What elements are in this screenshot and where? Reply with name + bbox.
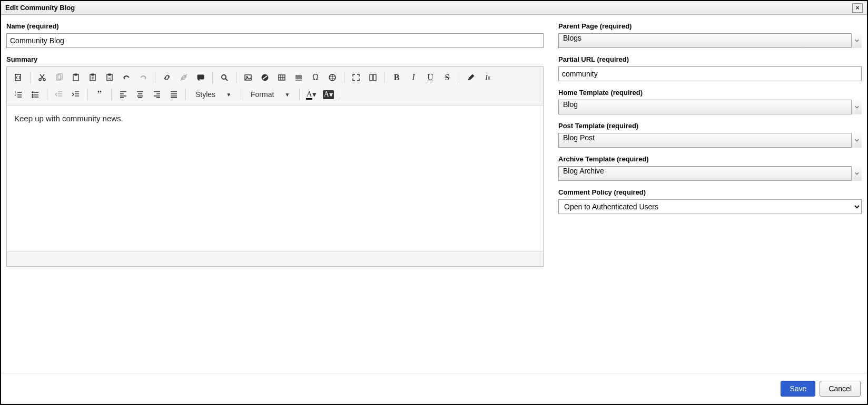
align-center-icon[interactable] (133, 87, 147, 102)
name-field: Name (required) (6, 22, 544, 48)
save-button[interactable]: Save (781, 381, 815, 397)
redo-icon[interactable] (136, 70, 151, 85)
editor-toolbar: W (7, 67, 543, 105)
embed-icon[interactable] (258, 70, 272, 85)
anchor-icon[interactable] (193, 70, 208, 85)
close-icon: × (855, 4, 860, 12)
comment-policy-select[interactable]: Open to Authenticated Users (558, 199, 862, 214)
partial-url-input[interactable] (558, 66, 862, 81)
underline-icon[interactable]: U (423, 70, 438, 85)
svg-rect-6 (75, 74, 77, 75)
unlink-icon[interactable] (176, 70, 191, 85)
svg-text:W: W (108, 77, 112, 80)
separator (459, 72, 459, 83)
separator (212, 72, 213, 83)
svg-rect-31 (373, 74, 376, 81)
strike-icon[interactable]: S (440, 70, 455, 85)
highlight-icon[interactable] (463, 70, 478, 85)
parent-page-label: Parent Page (required) (558, 22, 862, 30)
table-icon[interactable] (274, 70, 289, 85)
outdent-icon[interactable] (52, 87, 66, 102)
align-justify-icon[interactable] (166, 87, 181, 102)
source-icon[interactable] (11, 70, 26, 85)
toolbar-row-1: W (10, 70, 540, 85)
toolbar-row-2: 12 ” (10, 87, 540, 102)
cut-icon[interactable] (35, 70, 50, 85)
separator (344, 72, 344, 83)
format-dropdown[interactable]: Format ▼ (246, 87, 294, 102)
background-color-icon[interactable]: A▾ (321, 87, 336, 102)
bold-icon[interactable]: B (389, 70, 404, 85)
format-label: Format (251, 90, 274, 99)
numbered-list-icon[interactable]: 12 (11, 87, 26, 102)
cancel-button[interactable]: Cancel (820, 381, 861, 397)
separator (241, 89, 241, 100)
comment-policy-field: Comment Policy (required) Open to Authen… (558, 188, 862, 214)
horizontal-rule-icon[interactable] (291, 70, 306, 85)
dialog-body: Name (required) Summary (1, 15, 867, 373)
separator (47, 89, 47, 100)
comment-policy-label: Comment Policy (required) (558, 188, 862, 196)
parent-page-select[interactable]: Blogs (558, 33, 862, 48)
separator (87, 89, 88, 100)
svg-rect-13 (198, 75, 204, 79)
maximize-icon[interactable] (349, 70, 363, 85)
bullet-list-icon[interactable] (28, 87, 43, 102)
parent-page-field: Parent Page (required) Blogs (558, 22, 862, 48)
caret-down-icon: ▼ (284, 92, 290, 98)
close-button[interactable]: × (852, 3, 863, 13)
italic-icon[interactable]: I (406, 70, 421, 85)
partial-url-field: Partial URL (required) (558, 55, 862, 81)
home-template-label: Home Template (required) (558, 89, 862, 97)
right-column: Parent Page (required) Blogs Partial URL… (558, 22, 862, 368)
special-char-icon[interactable]: Ω (308, 70, 323, 85)
archive-template-field: Archive Template (required) Blog Archive (558, 155, 862, 181)
parent-page-value: Blogs (558, 33, 862, 48)
remove-format-icon[interactable]: Ix (480, 70, 495, 85)
text-color-icon[interactable]: A▾ (304, 87, 319, 102)
styles-dropdown[interactable]: Styles ▼ (191, 87, 235, 102)
show-blocks-icon[interactable] (366, 70, 380, 85)
dialog-footer: Save Cancel (1, 373, 867, 404)
post-template-select[interactable]: Blog Post (558, 133, 862, 148)
separator (30, 72, 31, 83)
align-right-icon[interactable] (150, 87, 164, 102)
editor-footer (7, 252, 543, 266)
undo-icon[interactable] (119, 70, 134, 85)
separator (299, 89, 300, 100)
paste-icon[interactable] (68, 70, 83, 85)
svg-point-37 (32, 92, 34, 93)
rich-text-editor: W (6, 66, 544, 267)
find-icon[interactable] (217, 70, 232, 85)
dialog-titlebar: Edit Community Blog × (1, 1, 867, 15)
edit-dialog: Edit Community Blog × Name (required) Su… (0, 0, 868, 405)
separator (340, 89, 340, 100)
editor-content[interactable]: Keep up with community news. (7, 105, 543, 252)
blockquote-icon[interactable]: ” (92, 87, 107, 102)
partial-url-label: Partial URL (required) (558, 55, 862, 63)
name-input[interactable] (6, 33, 544, 48)
paste-word-icon[interactable]: W (102, 70, 117, 85)
separator (384, 72, 385, 83)
paste-text-icon[interactable] (85, 70, 100, 85)
svg-point-39 (32, 97, 34, 98)
iframe-icon[interactable] (325, 70, 340, 85)
left-column: Name (required) Summary (6, 22, 544, 368)
svg-point-14 (222, 75, 226, 79)
post-template-value: Blog Post (558, 133, 862, 148)
svg-line-15 (225, 79, 228, 81)
archive-template-select[interactable]: Blog Archive (558, 166, 862, 181)
svg-rect-8 (92, 74, 94, 75)
svg-rect-10 (108, 74, 111, 75)
separator (111, 89, 112, 100)
post-template-field: Post Template (required) Blog Post (558, 122, 862, 148)
home-template-select[interactable]: Blog (558, 100, 862, 114)
archive-template-label: Archive Template (required) (558, 155, 862, 163)
link-icon[interactable] (160, 70, 174, 85)
align-left-icon[interactable] (116, 87, 131, 102)
name-label: Name (required) (6, 22, 544, 30)
indent-icon[interactable] (68, 87, 83, 102)
copy-icon[interactable] (52, 70, 66, 85)
image-icon[interactable] (241, 70, 255, 85)
separator (236, 72, 236, 83)
